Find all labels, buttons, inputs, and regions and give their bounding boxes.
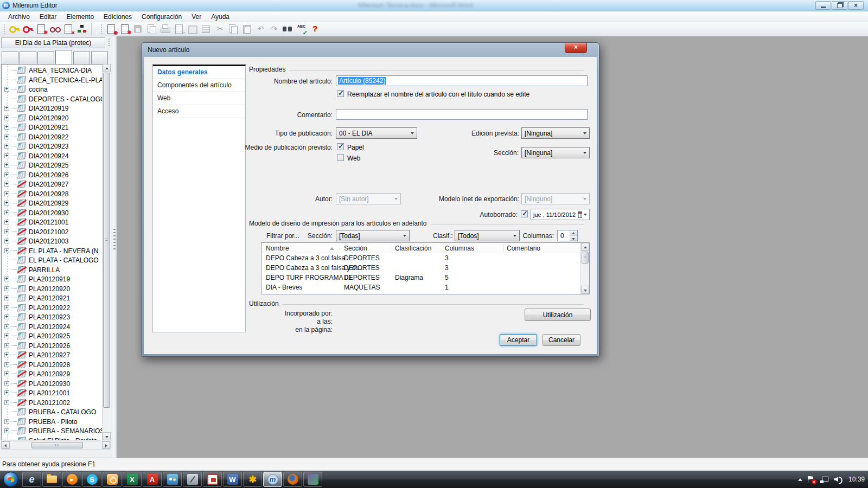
scroll-up-button[interactable] (581, 243, 589, 251)
expand-toggle-icon[interactable]: + (4, 296, 9, 300)
menu-item[interactable]: Archivo (3, 11, 35, 22)
aceptar-button[interactable]: Aceptar (500, 334, 537, 346)
expand-toggle-icon[interactable]: + (4, 201, 9, 206)
col-comentario[interactable]: Comentario (507, 245, 540, 252)
tree-item[interactable]: + PLA20120922 (2, 303, 110, 313)
dropdown-arrow-icon[interactable] (584, 214, 587, 216)
tree-item[interactable]: + AREA_TECNICA-DIA (2, 66, 110, 75)
expand-toggle-icon[interactable]: + (4, 362, 9, 367)
undo-icon[interactable]: ↶ (254, 23, 267, 35)
image-app-icon[interactable] (203, 472, 222, 487)
col-seccion[interactable]: Sección (344, 245, 367, 252)
table-row[interactable]: DEPO Cabeza a 3 col falsa y cu... DEPORT… (261, 263, 580, 273)
menu-item[interactable]: Ayuda (206, 11, 234, 22)
milenium-editor-icon[interactable]: m (263, 472, 282, 487)
scroll-thumb[interactable] (103, 73, 110, 408)
adobe-reader-icon[interactable]: A (143, 472, 162, 487)
spin-down-icon[interactable] (570, 236, 577, 241)
save-icon[interactable] (132, 23, 145, 35)
expand-toggle-icon[interactable]: + (4, 106, 9, 111)
tree-item[interactable]: + DIA20121001 (2, 217, 110, 227)
tree-item[interactable]: + DIA20120921 (2, 123, 110, 132)
menu-item[interactable]: Editar (35, 11, 61, 22)
properties-book-icon[interactable] (187, 23, 199, 35)
expand-toggle-icon[interactable]: + (4, 324, 9, 329)
expand-toggle-icon[interactable]: + (4, 286, 9, 291)
tree-horizontal-scrollbar[interactable] (1, 441, 111, 450)
expand-toggle-icon[interactable]: + (4, 191, 9, 196)
tree-item[interactable]: + DIA20120923 (2, 142, 110, 151)
table-row[interactable]: DEPO Cabeza a 3 col falsa DEPORTES 3 (261, 253, 580, 263)
publication-selector[interactable]: El Dia de La Plata (protec) (1, 37, 105, 48)
scroll-thumb[interactable] (582, 252, 589, 264)
media-player-icon[interactable]: ▸ (62, 472, 81, 487)
print-icon[interactable] (159, 23, 172, 35)
tree-item[interactable]: + EL PLATA - NEVERA (N (2, 246, 110, 256)
expand-toggle-icon[interactable]: + (4, 182, 9, 187)
tree-item[interactable]: + EL PLATA - CATALOGO (2, 255, 110, 265)
calendar-icon[interactable] (578, 211, 582, 218)
menu-item[interactable]: Ver (187, 11, 206, 22)
seccion-select[interactable]: [Ninguna] (521, 147, 590, 158)
dropdown-arrow-icon[interactable] (580, 147, 589, 158)
network-icon[interactable] (820, 476, 828, 483)
tree-item[interactable]: + PLA20120920 (2, 284, 110, 294)
organizer-app-icon[interactable] (103, 472, 122, 487)
colors-app-icon[interactable]: ✱ (243, 472, 262, 487)
expand-toggle-icon[interactable]: + (4, 220, 9, 224)
cancelar-button[interactable]: Cancelar (542, 334, 580, 346)
expand-toggle-icon[interactable]: + (4, 172, 9, 177)
autoborrado-date-picker[interactable]: jue , 11/10/2012 (531, 209, 590, 220)
structure-tree-icon[interactable] (76, 23, 88, 35)
new-document-icon[interactable]: ✱ (119, 23, 131, 35)
new-article-icon[interactable]: ✱ (35, 23, 48, 35)
expand-toggle-icon[interactable]: + (4, 419, 9, 424)
tree-item[interactable]: + PRUEBA - CATALOGO (2, 407, 110, 417)
scroll-thumb[interactable] (31, 442, 83, 448)
clock[interactable]: 10:39 (848, 476, 865, 483)
col-clasificacion[interactable]: Clasificación (395, 245, 431, 252)
action-center-flag-icon[interactable]: × (808, 476, 815, 483)
tree-item[interactable]: + DIA20121002 (2, 227, 110, 237)
comentario-input[interactable] (336, 109, 588, 120)
copy-icon[interactable] (227, 23, 240, 35)
find-icon[interactable] (282, 23, 294, 35)
clasif-select[interactable]: [Todos] (455, 230, 520, 241)
delete-article-icon[interactable]: × (62, 23, 75, 35)
expand-toggle-icon[interactable]: + (4, 87, 9, 92)
design-tool-icon[interactable] (183, 472, 202, 487)
expand-toggle-icon[interactable]: + (4, 125, 9, 130)
reemplazar-checkbox[interactable] (337, 90, 344, 97)
expand-toggle-icon[interactable]: + (4, 343, 9, 348)
expand-toggle-icon[interactable]: + (4, 352, 9, 357)
messenger-icon[interactable] (163, 472, 182, 487)
expand-toggle-icon[interactable]: + (4, 134, 9, 139)
archive-tab[interactable] (20, 51, 36, 64)
save-all-icon[interactable] (146, 23, 158, 35)
filtro-seccion-select[interactable]: [Todas] (336, 230, 410, 241)
tree-item[interactable]: + PLA20120929 (2, 369, 110, 379)
tree-item[interactable]: + DIA20121003 (2, 236, 110, 246)
list-view-icon[interactable] (200, 23, 213, 35)
papel-checkbox[interactable] (337, 143, 344, 150)
redo-icon[interactable]: ↷ (268, 23, 280, 35)
dropdown-arrow-icon[interactable] (580, 128, 589, 138)
tree-item[interactable]: + DIA20120920 (2, 113, 110, 123)
internet-explorer-icon[interactable]: e (22, 472, 41, 487)
edicion-prevista-select[interactable]: [Ninguna] (521, 127, 590, 139)
tree-item[interactable]: + PLA20120924 (2, 322, 110, 332)
dropdown-arrow-icon[interactable] (510, 230, 519, 241)
tree-item[interactable]: + PLA20120928 (2, 360, 110, 370)
cut-icon[interactable]: ✂ (214, 23, 226, 35)
tree-item[interactable]: + PLA20120919 (2, 274, 110, 284)
expand-toggle-icon[interactable]: + (4, 305, 9, 310)
autoborrado-checkbox[interactable] (521, 210, 528, 217)
tipo-publicacion-select[interactable]: 00 - EL DIA (336, 127, 417, 139)
tree-item[interactable]: + DIA20120927 (2, 179, 110, 189)
tree-item[interactable]: + PLA20120927 (2, 350, 110, 360)
table-row[interactable]: DIA - Breves MAQUETAS 1 (261, 282, 580, 292)
find-article-icon[interactable] (49, 23, 61, 35)
tree-item[interactable]: + PLA20121001 (2, 388, 110, 398)
paste-icon[interactable] (241, 23, 253, 35)
tree-item[interactable]: + DIA20120925 (2, 160, 110, 170)
